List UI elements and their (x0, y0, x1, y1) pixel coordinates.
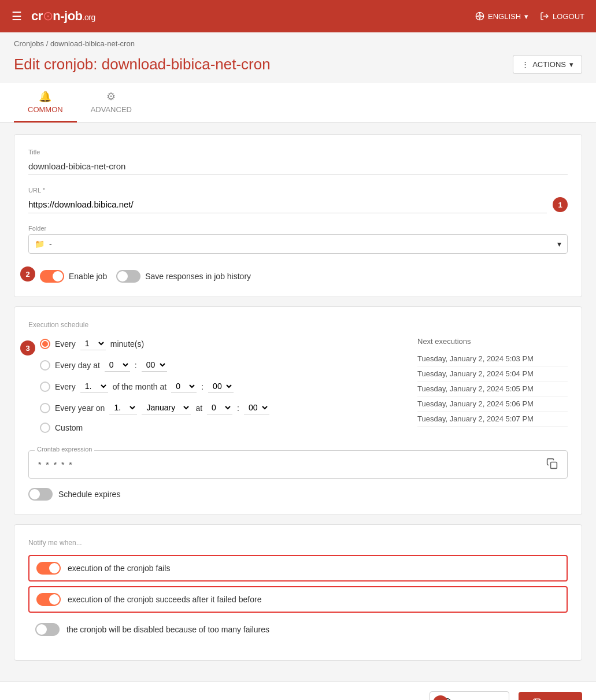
next-executions-title: Next executions (417, 337, 568, 346)
enable-job-label: Enable job (69, 272, 107, 281)
save-responses-toggle[interactable] (116, 270, 140, 283)
schedule-expires-toggle[interactable] (28, 488, 53, 501)
colon-2: : (201, 382, 203, 391)
every-label-2: Every (55, 382, 76, 391)
url-field-group: URL * 1 (28, 187, 568, 213)
radio-every-year[interactable] (40, 403, 50, 413)
crontab-value: * * * * * (38, 460, 73, 469)
year-minute-select[interactable]: 0030 (244, 401, 269, 414)
enable-job-knob (53, 271, 63, 282)
schedule-inner: Every 125101530 minute(s) Every day at 0… (40, 337, 568, 441)
expires-row: Schedule expires (28, 488, 568, 501)
breadcrumb-current: download-bibica-net-cron (50, 39, 135, 48)
next-exec-3: Tuesday, January 2, 2024 5:06 PM (417, 397, 568, 412)
at-label: at (195, 403, 202, 413)
month-day-select[interactable]: 1.2.15.28. (80, 380, 108, 393)
schedule-row-year: Every year on 1.2.15. JanuaryFebruaryMar… (40, 401, 403, 414)
radio-every-month[interactable] (40, 382, 50, 392)
tabs-container: 🔔 COMMON ⚙ ADVANCED (0, 83, 596, 123)
notify-fails-toggle[interactable] (36, 562, 61, 575)
tab-advanced[interactable]: ⚙ ADVANCED (77, 83, 146, 123)
header-left: ☰ cr⊙n-job.org (12, 9, 95, 24)
notify-disabled-knob (36, 624, 47, 635)
save-responses-toggle-item: Save responses in job history (116, 270, 251, 283)
notify-card: Notify me when... execution of the cronj… (14, 524, 582, 661)
year-day-select[interactable]: 1.2.15. (109, 401, 137, 414)
title-input[interactable] (28, 158, 568, 175)
schedule-content-wrapper: 3 Every 125101530 minute(s) (28, 337, 568, 441)
schedule-options: Every 125101530 minute(s) Every day at 0… (40, 337, 403, 441)
notify-disabled-toggle[interactable] (35, 623, 60, 636)
year-hour-select[interactable]: 0612 (207, 401, 232, 414)
day-minute-select[interactable]: 00153045 (142, 358, 167, 372)
folder-field-group: Folder 📁 - ▾ (28, 225, 568, 254)
next-executions-panel: Next executions Tuesday, January 2, 2024… (417, 337, 568, 441)
breadcrumb-separator: / (46, 39, 50, 48)
logo: cr⊙n-job.org (31, 9, 95, 24)
notify-fails-knob (49, 563, 60, 573)
breadcrumb-parent[interactable]: Cronjobs (14, 39, 44, 48)
logout-label: LOGOUT (553, 12, 584, 21)
header: ☰ cr⊙n-job.org ENGLISH ▾ LOGOUT (0, 0, 596, 32)
tab-common[interactable]: 🔔 COMMON (14, 83, 77, 123)
folder-left: 📁 - (35, 239, 52, 249)
actions-chevron-icon: ▾ (569, 60, 573, 69)
url-wrapper: 1 (28, 196, 568, 213)
notify-disabled-item: the cronjob will be disabled because of … (28, 617, 568, 642)
actions-label: ACTIONS (532, 60, 566, 69)
svg-point-0 (476, 12, 483, 20)
step-3-badge: 3 (20, 340, 35, 355)
day-hour-select[interactable]: 0161218 (105, 358, 130, 372)
toggle-row: Enable job Save responses in job history (40, 270, 251, 283)
notify-succeeds-toggle[interactable] (36, 593, 61, 606)
main-content: Title URL * 1 Folder 📁 - ▾ 2 (0, 123, 596, 682)
year-month-select[interactable]: JanuaryFebruaryMarchApril (142, 401, 191, 414)
schedule-expires-knob (29, 489, 40, 499)
page-title: Edit cronjob: download-bibica-net-cron (14, 55, 271, 73)
enable-job-toggle-item: Enable job (40, 270, 107, 283)
enable-job-toggle[interactable] (40, 270, 64, 283)
breadcrumb: Cronjobs / download-bibica-net-cron (0, 32, 596, 50)
title-label: Title (28, 149, 568, 155)
logout-button[interactable]: LOGOUT (540, 12, 584, 21)
url-label: URL * (28, 187, 568, 194)
save-button[interactable]: SAVE (519, 692, 582, 700)
every-label-1: Every (55, 339, 76, 349)
folder-icon: 📁 (35, 239, 45, 249)
globe-icon (475, 12, 484, 21)
next-exec-0: Tuesday, January 2, 2024 5:03 PM (417, 351, 568, 366)
url-step-badge: 1 (553, 197, 568, 212)
folder-select[interactable]: 📁 - ▾ (28, 234, 568, 254)
svg-rect-2 (551, 462, 557, 469)
of-month-label: of the month at (113, 382, 166, 391)
save-responses-label: Save responses in job history (145, 272, 251, 281)
actions-button[interactable]: ⋮ ACTIONS ▾ (513, 55, 582, 74)
step-2-badge: 2 (20, 266, 35, 282)
every-year-label: Every year on (55, 403, 105, 413)
radio-custom[interactable] (40, 423, 50, 433)
language-button[interactable]: ENGLISH ▾ (475, 12, 528, 21)
every-day-label: Every day at (55, 361, 100, 370)
notify-succeeds-item: execution of the cronjob succeeds after … (28, 586, 568, 613)
next-exec-1: Tuesday, January 2, 2024 5:04 PM (417, 366, 568, 382)
radio-every-day[interactable] (40, 360, 50, 371)
next-exec-2: Tuesday, January 2, 2024 5:05 PM (417, 382, 568, 397)
notify-fails-label: execution of the cronjob fails (68, 564, 170, 573)
hamburger-menu-icon[interactable]: ☰ (12, 9, 22, 23)
month-minute-select[interactable]: 001530 (208, 380, 234, 393)
notify-succeeds-label: execution of the cronjob succeeds after … (68, 595, 261, 604)
schedule-row-month: Every 1.2.15.28. of the month at 061218 … (40, 380, 403, 393)
bottom-bar: 4 TEST RUN SAVE (0, 682, 596, 700)
save-responses-knob (117, 271, 128, 282)
month-hour-select[interactable]: 061218 (171, 380, 197, 393)
schedule-row-custom: Custom (40, 423, 403, 433)
language-label: ENGLISH (488, 12, 521, 21)
radio-every-minute[interactable] (40, 339, 50, 349)
schedule-expires-label: Schedule expires (58, 490, 120, 499)
notify-fails-item: execution of the cronjob fails (28, 555, 568, 582)
url-input[interactable] (28, 196, 547, 213)
minute-label: minute(s) (110, 339, 144, 349)
title-field-group: Title (28, 149, 568, 175)
copy-icon[interactable] (546, 458, 558, 471)
minute-interval-select[interactable]: 125101530 (80, 337, 106, 350)
